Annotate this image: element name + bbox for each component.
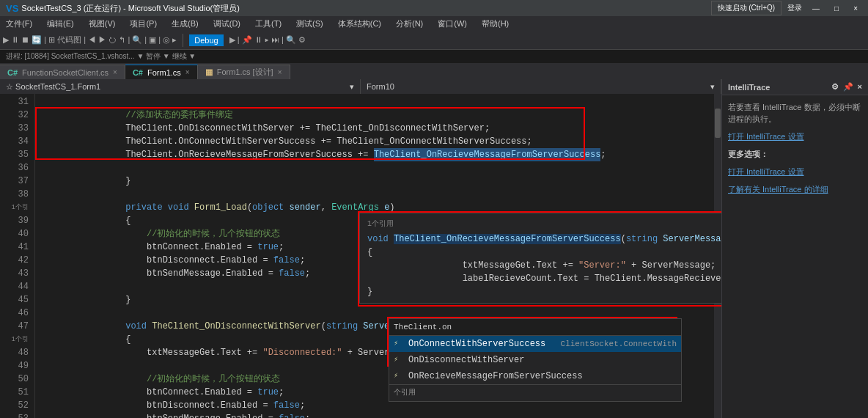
method-dropdown[interactable]: Form10 ▾ xyxy=(361,79,721,94)
popup-signature: void TheClient_OnRecieveMessageFromServe… xyxy=(367,232,721,246)
autocomplete-label-2: OnDisconnectWithServer xyxy=(408,353,524,367)
code-line-32: //添加状态的委托事件绑定 xyxy=(41,109,721,122)
menu-help[interactable]: 帮助(H) xyxy=(479,18,512,29)
intellitrace-link3[interactable]: 了解有关 IntelliTrace 的详细 xyxy=(728,183,862,195)
tab-bar: C# FunctionSocketClient.cs × C# Form1.cs… xyxy=(0,63,868,79)
window-title: SocketTestCS_3 (正在运行) - Microsoft Visual… xyxy=(21,3,239,14)
autocomplete-item-1[interactable]: ⚡ OnConnectWithServerSuccess ClientSocke… xyxy=(389,336,681,352)
menu-view[interactable]: 视图(V) xyxy=(86,18,119,29)
code-line-38 xyxy=(41,188,721,201)
tab-form1cs[interactable]: C# Form1.cs × xyxy=(125,65,198,79)
tab-label-functionsocketclient: FunctionSocketClient.cs xyxy=(22,68,108,77)
tab-cs-icon: C# xyxy=(7,68,18,77)
code-line-34: TheClient.OnConnectWithServerSuccess += … xyxy=(41,135,721,148)
panel-settings-icon[interactable]: ⚙ xyxy=(831,82,839,92)
code-lines[interactable]: //添加状态的委托事件绑定 TheClient.OnDisconnectWith… xyxy=(35,94,721,418)
chevron-down-icon: ▾ xyxy=(350,82,354,92)
menu-bar: 文件(F) 编辑(E) 视图(V) 项目(P) 生成(B) 调试(D) 工具(T… xyxy=(0,16,868,31)
code-line-36 xyxy=(41,161,721,175)
intellitrace-panel: IntelliTrace ⚙ 📌 × 若要查看 IntelliTrace 数据，… xyxy=(721,79,868,418)
panel-close-icon[interactable]: × xyxy=(858,82,862,92)
tab-label-form1-design: Form1.cs [设计] xyxy=(217,67,273,78)
more-options-label: 更多选项： xyxy=(728,148,862,160)
progress-bar: 进程: [10884] SocketTestCS_1.vshost... ▼ 暂… xyxy=(0,50,868,63)
toolbar-sep xyxy=(183,34,183,47)
intellitrace-link2[interactable]: 打开 IntelliTrace 设置 xyxy=(728,166,862,177)
tab-functionsocketclient[interactable]: C# FunctionSocketClient.cs × xyxy=(0,65,125,79)
code-line-37: } xyxy=(41,175,721,188)
app-icon: VS xyxy=(6,3,18,14)
panel-controls[interactable]: ⚙ 📌 × xyxy=(831,82,862,92)
class-dropdown[interactable]: ☆ SocketTestCS_1.Form1 ▾ xyxy=(0,79,361,94)
intellitrace-link1[interactable]: 打开 IntelliTrace 设置 xyxy=(728,131,862,142)
event-icon-1: ⚡ xyxy=(394,337,404,351)
toolbar-icons-left: ▶ ⏸ ⏹ 🔄 | ⊞ 代码图 | ◀ ▶ ⭮ ↰ | 🔍 | ▣ | ◎ ▸ xyxy=(3,34,177,45)
menu-window[interactable]: 窗口(W) xyxy=(435,18,470,29)
autocomplete-dropdown[interactable]: TheClient.on ⚡ OnConnectWithServerSucces… xyxy=(389,318,682,402)
code-line-33: TheClient.OnDisconnectWithServer += TheC… xyxy=(41,122,721,135)
tab-close-form1cs[interactable]: × xyxy=(185,68,190,76)
maximize-btn[interactable]: □ xyxy=(830,4,843,12)
login-btn[interactable]: 登录 xyxy=(787,3,802,13)
editor-dropdowns: ☆ SocketTestCS_1.Form1 ▾ Form10 ▾ xyxy=(0,79,721,94)
method-popup: 1个引用 void TheClient_OnRecieveMessageFrom… xyxy=(359,213,721,304)
chevron-down-icon-2: ▾ xyxy=(710,82,715,92)
process-info: 进程: [10884] SocketTestCS_1.vshost... ▼ 暂… xyxy=(6,51,196,62)
menu-debug[interactable]: 调试(D) xyxy=(210,18,243,29)
debug-mode-btn[interactable]: Debug xyxy=(189,34,223,46)
title-bar: VS SocketTestCS_3 (正在运行) - Microsoft Vis… xyxy=(0,0,868,16)
autocomplete-label-3: OnRecieveMessageFromServerSuccess xyxy=(408,370,583,383)
intellitrace-header: IntelliTrace ⚙ 📌 × xyxy=(722,79,868,95)
menu-analyze[interactable]: 分析(N) xyxy=(393,18,426,29)
code-line-55: btnSendMessage.Enabled = false; xyxy=(41,412,721,418)
line-numbers: 31 32 33 34 35 36 37 38 1个引 39 40 41 42 … xyxy=(0,94,35,418)
close-btn[interactable]: × xyxy=(849,4,862,12)
class-name: ☆ SocketTestCS_1.Form1 xyxy=(6,82,100,92)
intellitrace-text: 若要查看 IntelliTrace 数据，必须中断进程的执行。 xyxy=(728,101,862,125)
autocomplete-item-2[interactable]: ⚡ OnDisconnectWithServer xyxy=(389,352,681,368)
menu-architecture[interactable]: 体系结构(C) xyxy=(335,18,384,29)
minimize-btn[interactable]: — xyxy=(808,4,824,12)
menu-edit[interactable]: 编辑(E) xyxy=(44,18,77,29)
autocomplete-label-1: OnConnectWithServerSuccess xyxy=(408,337,545,351)
menu-tools[interactable]: 工具(T) xyxy=(252,18,284,29)
quick-launch[interactable]: 快速启动 (Ctrl+Q) xyxy=(711,1,782,15)
tab-close-form1-design[interactable]: × xyxy=(278,68,282,76)
tab-form-icon: ▦ xyxy=(205,67,213,77)
autocomplete-footer: 个引用 xyxy=(389,384,681,401)
intellitrace-body: 若要查看 IntelliTrace 数据，必须中断进程的执行。 打开 Intel… xyxy=(722,95,868,201)
menu-project[interactable]: 项目(P) xyxy=(127,18,160,29)
autocomplete-header: TheClient.on xyxy=(389,319,681,336)
popup-ref-count: 1个引用 xyxy=(367,218,721,231)
panel-pin-icon[interactable]: 📌 xyxy=(843,82,853,92)
method-name: Form10 xyxy=(367,82,394,91)
menu-test[interactable]: 测试(S) xyxy=(293,18,326,29)
code-line-31 xyxy=(41,95,721,109)
code-content: 31 32 33 34 35 36 37 38 1个引 39 40 41 42 … xyxy=(0,94,721,418)
code-line-35: TheClient.OnRecieveMessageFromServerSucc… xyxy=(41,148,721,161)
menu-file[interactable]: 文件(F) xyxy=(3,18,35,29)
event-icon-2: ⚡ xyxy=(394,353,404,367)
tab-label-form1cs: Form1.cs xyxy=(147,68,181,77)
autocomplete-right-1: ClientSocket.ConnectWith xyxy=(561,337,677,351)
toolbar: ▶ ⏸ ⏹ 🔄 | ⊞ 代码图 | ◀ ▶ ⭮ ↰ | 🔍 | ▣ | ◎ ▸ … xyxy=(0,31,868,50)
popup-body-3: labelRecieveCount.Text = TheClient.Messa… xyxy=(367,272,721,285)
event-icon-3: ⚡ xyxy=(394,370,404,383)
tab-close-functionsocketclient[interactable]: × xyxy=(113,68,117,76)
scrollbar-thumb[interactable] xyxy=(715,109,721,138)
tab-cs-icon-2: C# xyxy=(133,68,143,77)
toolbar-right-icons: ▶ | 📌 ⏸ ▶ ⏭ | 🔍 ⚙ xyxy=(229,35,306,45)
intellitrace-title: IntelliTrace xyxy=(728,83,770,92)
tab-form1-design[interactable]: ▦ Form1.cs [设计] × xyxy=(198,65,290,79)
menu-build[interactable]: 生成(B) xyxy=(169,18,202,29)
editor-area: ☆ SocketTestCS_1.Form1 ▾ Form10 ▾ 31 32 … xyxy=(0,79,721,418)
autocomplete-item-3[interactable]: ⚡ OnRecieveMessageFromServerSuccess xyxy=(389,368,681,384)
